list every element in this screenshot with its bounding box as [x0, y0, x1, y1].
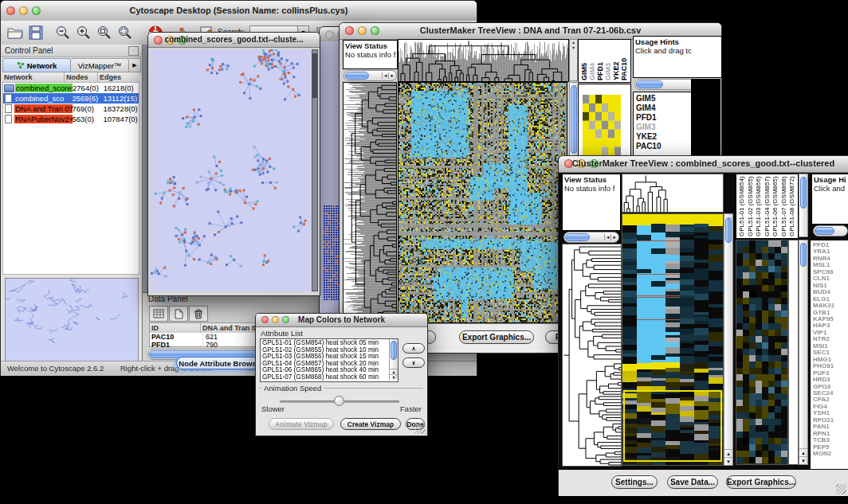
tv2-column-label[interactable]: GPL51-07 (GSM868)	[779, 174, 788, 238]
tv2-genelist-vscrollbar[interactable]: ▴▾	[799, 240, 808, 465]
tv2-column-label[interactable]: GPL51-02 (GSM855)	[746, 174, 755, 238]
tv2-column-label[interactable]: GPL51-08 (GSM872)	[787, 174, 796, 238]
network-file-icon	[5, 94, 12, 103]
control-panel: Control Panel Network VizMapper™ ▶ Netwo…	[1, 45, 143, 361]
main-title-bar[interactable]: Cytoscape Desktop (Session Name: collins…	[1, 1, 477, 21]
attribute-listbox[interactable]: GPL51-01 (GSM854) heat shock 05 min GPL5…	[260, 338, 398, 382]
move-down-button[interactable]: ∨	[402, 357, 425, 368]
tv2-save-data-button[interactable]: Save Data...	[667, 475, 718, 489]
tv1-row-dendrogram[interactable]	[343, 82, 397, 323]
tv1-gene-label[interactable]: GIM5	[636, 94, 691, 104]
trash-icon[interactable]	[189, 306, 208, 322]
network-window-title: combined_scores_good.txt--cluste...	[148, 35, 320, 44]
tv2-gene-list: PFD1 YRA1 RNR4 MSL1 SPC98 CLN1 NIS1 BUD4…	[810, 240, 848, 471]
tv2-status-hscrollbar[interactable]: ◂▸	[563, 232, 619, 243]
network-canvas[interactable]	[151, 49, 311, 291]
zoom-out-icon[interactable]	[53, 23, 73, 42]
control-panel-tabs: Network VizMapper™ ▶	[2, 58, 139, 72]
dialog-title: Map Colors to Network	[256, 315, 427, 324]
create-vizmap-button[interactable]: Create Vizmap	[340, 418, 401, 430]
status-welcome: Welcome to Cytoscape 2.6.2	[7, 364, 104, 373]
close-button[interactable]	[325, 30, 334, 39]
tv2-column-labels: GPL51-01 (GSM854) GPL51-02 (GSM855) GPL5…	[736, 174, 799, 239]
network-tab-icon	[17, 61, 25, 69]
tv2-zoom-heatmap[interactable]	[736, 240, 788, 465]
animate-vizmap-button[interactable]: Animate Vizmap	[269, 418, 334, 430]
tv2-hints-hscrollbar[interactable]	[813, 225, 848, 236]
tv1-column-labels: GIM5 GIM4 PFD1 GIM3 YKE2	[578, 39, 631, 83]
treeview-combined-window[interactable]: ClusterMaker TreeView : combined_scores_…	[558, 155, 848, 496]
faster-label: Faster	[400, 404, 422, 413]
attribute-list-item[interactable]: GPL51-07 (GSM868) heat shock 60 min	[262, 374, 398, 381]
attribute-list-label: Attribute List	[261, 329, 303, 338]
node-attribute-browser-button[interactable]: Node Attribute Brows	[176, 357, 259, 369]
new-document-icon[interactable]	[169, 306, 188, 322]
zoom-selected-icon[interactable]	[95, 23, 114, 42]
tv1-column-label[interactable]: YKE2	[612, 40, 620, 82]
tv2-heatmap-vscrollbar[interactable]: ▴▾	[724, 213, 733, 466]
tv1-gene-label[interactable]: PFD1	[636, 113, 691, 123]
tv1-usage-hints: Usage Hints Click and drag tc	[633, 36, 722, 78]
network-window-title-bar[interactable]: combined_scores_good.txt--cluste...	[148, 33, 320, 48]
slower-label: Slower	[261, 404, 285, 413]
map-colors-dialog[interactable]: Map Colors to Network Attribute List GPL…	[255, 313, 428, 436]
network-table-row[interactable]: DNA and Tran 07 769(0) 183728(0)	[3, 104, 139, 114]
tv1-gene-label[interactable]: YKE2	[636, 132, 691, 142]
tv1-column-label[interactable]: GIM4	[588, 40, 596, 82]
network-table-row[interactable]: combined_scores 2764(0) 16218(0)	[3, 83, 139, 93]
network-table-row[interactable]: combined_sco 2569(6) 13112(15)	[3, 93, 139, 104]
tv1-column-label[interactable]: PAC10	[620, 40, 628, 82]
tv2-column-label[interactable]: GPL51-06 (GSM865)	[771, 174, 779, 238]
network-overview-thumbnail[interactable]	[5, 278, 139, 362]
network-file-icon	[5, 115, 12, 123]
network-view-window[interactable]: combined_scores_good.txt--cluste...	[147, 32, 320, 296]
tv1-column-label[interactable]: GIM3	[604, 40, 612, 82]
tv2-column-label[interactable]: GPL51-04 (GSM857)	[763, 174, 771, 238]
tv1-global-heatmap[interactable]	[398, 82, 567, 323]
tv1-status-hscrollbar[interactable]: ◂▸	[344, 70, 397, 81]
zoom-in-icon[interactable]	[74, 23, 93, 42]
tv1-column-dendrogram[interactable]	[398, 39, 569, 82]
tv1-column-label[interactable]: GIM5	[580, 40, 588, 82]
tv2-collabel-vscrollbar[interactable]	[799, 174, 808, 237]
tv2-global-heatmap[interactable]	[622, 213, 724, 466]
main-window-title: Cytoscape Desktop (Session Name: collins…	[1, 6, 477, 15]
tv1-gene-label[interactable]: PAC10	[636, 142, 691, 151]
tv2-column-dendrogram[interactable]	[622, 174, 724, 213]
network-table-header: Network Nodes Edges	[2, 72, 139, 82]
treeview2-title-bar[interactable]: ClusterMaker TreeView : combined_scores_…	[559, 156, 848, 173]
tab-network[interactable]: Network	[2, 58, 71, 72]
tv1-view-status: View Status No status info f	[343, 40, 398, 69]
tv1-gene-label[interactable]: GIM4	[636, 104, 691, 113]
network-vscrollbar[interactable]	[312, 49, 318, 291]
tab-overflow-arrow[interactable]: ▶	[129, 58, 141, 72]
tv1-mini-vscrollbar[interactable]: ▴▾	[569, 39, 578, 81]
tv2-export-graphics-button[interactable]: Export Graphics...	[726, 475, 796, 489]
treeview1-title: ClusterMaker TreeView : DNA and Tran 07-…	[340, 25, 721, 35]
attribute-list-vscrollbar[interactable]: ▴▾	[389, 339, 398, 380]
treeview2-title: ClusterMaker TreeView : combined_scores_…	[559, 158, 848, 168]
resize-grip[interactable]	[836, 484, 846, 494]
tv2-gene-label[interactable]: MON2	[813, 451, 848, 457]
network-table-row[interactable]: RNAPuberNov2+l 563(0) 107847(0)	[3, 114, 139, 124]
save-icon[interactable]	[26, 23, 45, 42]
network-file-icon	[5, 104, 12, 113]
tab-vizmapper[interactable]: VizMapper™	[71, 58, 129, 72]
animation-slider-thumb[interactable]	[334, 396, 344, 406]
tv2-zoom-filler	[788, 240, 799, 465]
float-panel-icon[interactable]	[128, 46, 139, 56]
tv2-row-dendrogram[interactable]	[562, 244, 622, 467]
move-up-button[interactable]: ∧	[402, 343, 425, 354]
tv2-column-label[interactable]: GPL51-03 (GSM856)	[754, 174, 763, 238]
dialog-title-bar[interactable]: Map Colors to Network	[256, 314, 427, 327]
tv2-settings-button[interactable]: Settings...	[611, 475, 658, 489]
tv1-zoom-heatmap[interactable]	[583, 95, 621, 155]
tv1-gene-label[interactable]: GIM3	[636, 123, 691, 132]
attribute-grid-icon[interactable]	[149, 306, 168, 322]
tv2-column-label[interactable]: GPL51-01 (GSM854)	[737, 174, 746, 238]
zoom-fit-icon[interactable]	[116, 23, 135, 42]
open-file-icon[interactable]	[6, 23, 25, 42]
tv1-export-graphics-button[interactable]: Export Graphics...	[459, 330, 534, 344]
resize-grip[interactable]	[415, 424, 426, 434]
tv1-column-label[interactable]: PFD1	[596, 40, 604, 82]
